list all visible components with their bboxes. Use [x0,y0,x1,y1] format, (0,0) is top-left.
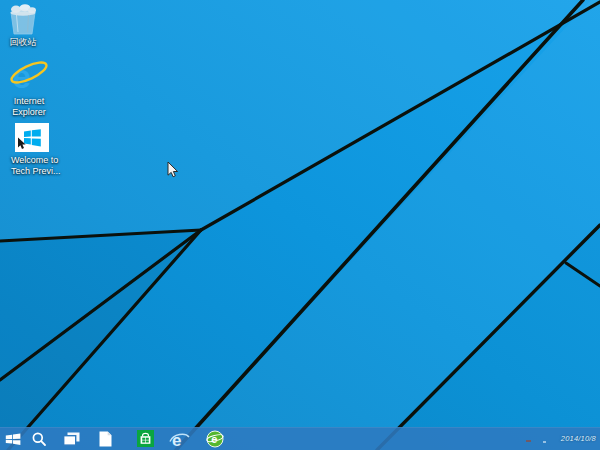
tray-indicator-icon[interactable] [526,440,531,442]
360-browser-icon: e [206,430,224,448]
mouse-cursor [167,161,179,179]
task-view-button[interactable] [61,427,81,450]
browser-360-button[interactable]: e [204,427,226,450]
document-button[interactable] [96,427,114,450]
welcome-tile-icon [14,122,50,153]
recycle-bin-label: 回收站 [2,37,44,48]
taskbar-clock[interactable]: 2014/10/8 [561,434,596,443]
start-button[interactable] [2,427,24,450]
start-icon [5,432,21,446]
tray-indicator-icon[interactable] [543,441,546,443]
internet-explorer-taskbar-button[interactable]: e [168,427,191,450]
system-tray: 2014/10/8 [561,427,596,450]
svg-text:e: e [172,430,181,448]
welcome-label-line1: Welcome to [11,155,53,166]
internet-explorer-label-line2: Explorer [8,107,50,118]
document-icon [99,431,112,447]
desktop-icon-recycle-bin[interactable]: 回收站 [2,3,44,48]
search-button[interactable] [29,427,49,450]
search-icon [31,431,47,447]
windows-store-icon [137,430,154,447]
desktop-icon-internet-explorer[interactable]: e Internet Explorer [8,57,50,118]
internet-explorer-icon: e [8,57,50,94]
taskbar: e e 2014/10/8 [0,427,600,450]
windows-store-button[interactable] [135,427,155,450]
task-view-icon [63,432,80,446]
recycle-bin-icon [4,3,42,35]
wallpaper [0,0,600,450]
internet-explorer-label-line1: Internet [8,96,50,107]
desktop-icon-welcome-tech-preview[interactable]: Welcome to Tech Previ... [11,122,53,177]
welcome-label-line2: Tech Previ... [11,166,53,177]
desktop-screen: 回收站 e Internet Explorer Welcome to Tech … [0,0,600,450]
internet-explorer-taskbar-icon: e [169,430,190,448]
